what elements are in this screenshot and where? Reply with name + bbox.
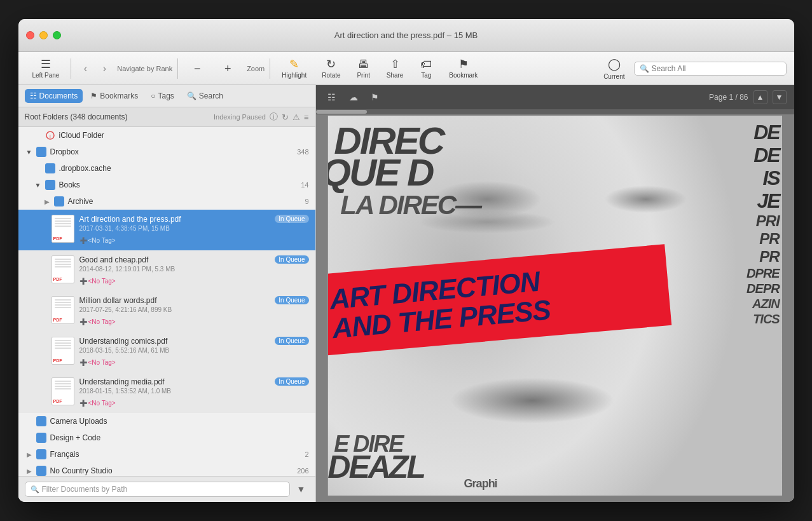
- app-window: Art direction and the press.pdf – 15 MB …: [18, 19, 794, 502]
- sidebar: ☷ Documents ⚑ Bookmarks ○ Tags 🔍 Search: [18, 85, 316, 502]
- pdf-thumb-good-cheap: PDF: [52, 255, 74, 283]
- design-code-icon: [36, 433, 46, 443]
- sidebar-item-design-code[interactable]: Design + Code: [18, 430, 315, 446]
- search-icon: 🔍: [640, 64, 649, 73]
- horizontal-scrollbar[interactable]: [316, 109, 794, 114]
- tag-button[interactable]: 🏷 Tag: [412, 56, 440, 81]
- sidebar-item-dropbox-cache[interactable]: .dropbox.cache: [18, 160, 315, 177]
- rotate-button[interactable]: ↻ Rotate: [315, 56, 347, 81]
- current-icon: ◯: [608, 57, 621, 71]
- sidebar-item-no-country-studio[interactable]: ▶ No Country Studio 206: [18, 463, 315, 476]
- tag-icon: 🏷: [420, 58, 432, 70]
- refresh-icon[interactable]: ↻: [282, 112, 289, 122]
- navigate-controls: ‹ › Navigate by Rank: [76, 60, 172, 78]
- tag-plus-icon: ➕: [79, 237, 87, 244]
- disclosure-dropbox: ▼: [25, 147, 34, 156]
- zoom-in-button[interactable]: +: [214, 60, 242, 77]
- sidebar-icon: ☰: [41, 58, 51, 70]
- disclosure-books: ▼: [34, 180, 43, 189]
- left-pane-button[interactable]: ☰ Left Pane: [26, 56, 66, 81]
- pdf-item-million-dollar[interactable]: PDF Million dollar words.pdf 2017-07-25,…: [18, 291, 315, 332]
- in-queue-badge-2: In Queue: [275, 296, 308, 304]
- viewer-toolbar: ☷ ☁ ⚑ Page 1 / 86 ▲ ▼: [316, 85, 794, 109]
- tab-tags[interactable]: ○ Tags: [146, 89, 179, 103]
- disclosure-dropbox-cache: [34, 164, 43, 173]
- cover-typo-second: QUE D: [327, 154, 432, 192]
- viewer-cloud-icon[interactable]: ☁: [345, 89, 362, 105]
- scrollbar-thumb[interactable]: [316, 110, 367, 114]
- in-queue-badge-4: In Queue: [275, 377, 308, 386]
- filter-search-icon: 🔍: [31, 485, 39, 494]
- print-button[interactable]: 🖶 Print: [350, 56, 378, 81]
- root-header-actions: Indexing Paused ⓘ ↻ ⚠ ≡: [214, 111, 309, 123]
- pdf-thumb-understanding-media: PDF: [52, 377, 74, 405]
- pdf-item-art-direction[interactable]: PDF Art direction and the press.pdf 2017…: [18, 210, 315, 250]
- viewer-bookmark-icon[interactable]: ⚑: [367, 89, 383, 105]
- filter-options-button[interactable]: ▼: [294, 482, 309, 497]
- minimize-button[interactable]: [39, 31, 48, 39]
- share-button[interactable]: ⇧ Share: [380, 56, 410, 81]
- zoom-out-icon: −: [194, 63, 201, 74]
- titlebar: Art direction and the press.pdf – 15 MB: [18, 19, 794, 52]
- archive-icon: [54, 196, 64, 206]
- tab-documents[interactable]: ☷ Documents: [25, 89, 83, 103]
- right-column: DE DE IS JE PRI PR PR DPRE DEPR AZIN TIC…: [682, 116, 782, 496]
- info-icon[interactable]: ⓘ: [270, 111, 278, 123]
- menu-icon[interactable]: ≡: [304, 112, 309, 122]
- filter-bar: 🔍 Filter Documents by Path ▼: [18, 476, 315, 502]
- sidebar-item-dropbox[interactable]: ▼ Dropbox 348: [18, 144, 315, 160]
- highlight-button[interactable]: ✎ Highlight: [275, 56, 313, 81]
- zoom-out-button[interactable]: −: [183, 60, 211, 77]
- disclosure-camera: [25, 417, 34, 426]
- filter-input-container[interactable]: 🔍 Filter Documents by Path: [25, 482, 290, 497]
- pdf-content[interactable]: DIREC QUE D LA DIREC— E DIRE DEAZL ART D…: [316, 109, 794, 502]
- tab-search[interactable]: 🔍 Search: [182, 89, 228, 103]
- next-page-button[interactable]: ▼: [773, 90, 787, 104]
- sidebar-list: i iCloud Folder ▼ Dropbox 348 .dropbox.: [18, 127, 315, 476]
- navigate-forward-button[interactable]: ›: [95, 60, 113, 78]
- sidebar-item-archive[interactable]: ▶ Archive 9: [18, 193, 315, 210]
- sidebar-item-books[interactable]: ▼ Books 14: [18, 177, 315, 193]
- warning-icon[interactable]: ⚠: [292, 112, 300, 122]
- navigate-back-button[interactable]: ‹: [76, 60, 94, 78]
- print-icon: 🖶: [358, 58, 369, 70]
- pdf-item-understanding-media[interactable]: PDF Understanding media.pdf 2018-01-15, …: [18, 372, 315, 413]
- tag-plus-icon-3: ➕: [79, 359, 87, 366]
- search-bar[interactable]: 🔍: [634, 62, 787, 76]
- current-button[interactable]: ◯ Current: [597, 55, 631, 83]
- toolbar-separator-1: [71, 58, 71, 79]
- sidebar-item-icloud[interactable]: i iCloud Folder: [18, 127, 315, 144]
- pdf-thumb-art-direction: PDF: [52, 215, 74, 243]
- francais-icon: [36, 449, 46, 459]
- pdf-item-good-cheap[interactable]: PDF Good and cheap.pdf 2014-08-12, 12:19…: [18, 250, 315, 291]
- tab-bookmarks[interactable]: ⚑ Bookmarks: [85, 89, 143, 103]
- viewer-folder-icon[interactable]: ☷: [324, 89, 340, 105]
- search-input[interactable]: [652, 64, 781, 73]
- disclosure-design: [25, 433, 34, 442]
- svg-text:i: i: [50, 133, 51, 139]
- prev-page-button[interactable]: ▲: [754, 90, 767, 104]
- cover-background: DIREC QUE D LA DIREC— E DIRE DEAZL ART D…: [327, 116, 781, 496]
- pdf-info-million-dollar: Million dollar words.pdf 2017-07-25, 4:2…: [79, 296, 275, 327]
- documents-tab-icon: ☷: [30, 91, 37, 100]
- share-icon: ⇧: [390, 58, 400, 70]
- main-toolbar: ☰ Left Pane ‹ › Navigate by Rank − + Zoo…: [18, 52, 794, 85]
- tag-plus-icon-4: ➕: [79, 400, 87, 407]
- pdf-info-understanding-comics: Understanding comics.pdf 2018-03-15, 5:5…: [79, 337, 275, 367]
- maximize-button[interactable]: [53, 31, 61, 39]
- no-country-icon: [36, 466, 46, 476]
- cover-typo-third: LA DIREC—: [340, 192, 481, 219]
- pdf-page: DIREC QUE D LA DIREC— E DIRE DEAZL ART D…: [327, 116, 781, 496]
- cover-bottom-left: Graphi: [464, 477, 497, 491]
- books-icon: [45, 180, 55, 190]
- sidebar-item-camera-uploads[interactable]: Camera Uploads: [18, 413, 315, 430]
- in-queue-badge-0: In Queue: [275, 215, 308, 223]
- bookmark-button[interactable]: ⚑ Bookmark: [443, 56, 484, 81]
- pdf-info-art-direction: Art direction and the press.pdf 2017-03-…: [79, 215, 275, 245]
- sidebar-item-francais[interactable]: ▶ Français 2: [18, 446, 315, 463]
- in-queue-badge-3: In Queue: [275, 337, 308, 345]
- close-button[interactable]: [26, 31, 34, 39]
- pdf-item-understanding-comics[interactable]: PDF Understanding comics.pdf 2018-03-15,…: [18, 332, 315, 372]
- pdf-thumb-million-dollar: PDF: [52, 296, 74, 324]
- bookmarks-tab-icon: ⚑: [90, 91, 97, 100]
